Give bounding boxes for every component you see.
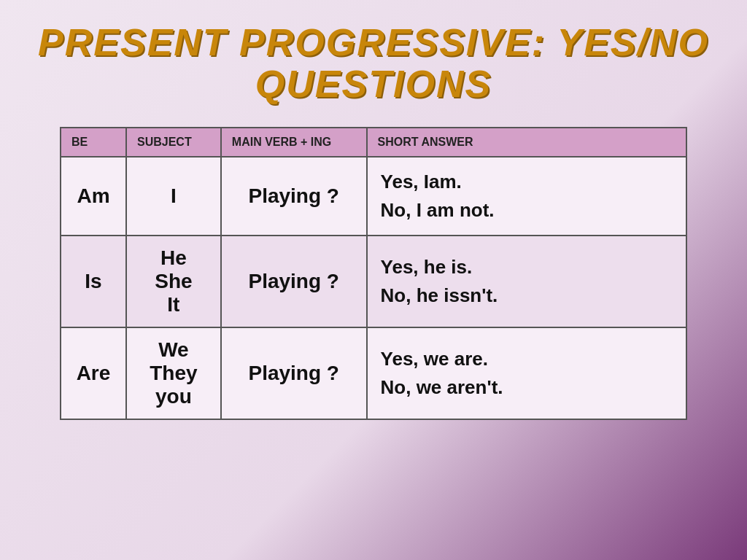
table-row: AreWe They youPlaying ?Yes, we are. No, …: [61, 327, 686, 419]
cell-mainverb-0: Playing ?: [221, 157, 367, 236]
table-row: AmIPlaying ?Yes, Iam. No, I am not.: [61, 157, 686, 236]
header-subject: SUBJECT: [126, 128, 221, 157]
grammar-table-wrapper: BE SUBJECT MAIN VERB + ING SHORT ANSWER …: [60, 127, 687, 420]
cell-shortanswer-1: Yes, he is. No, he issn't.: [367, 236, 686, 327]
cell-be-2: Are: [61, 327, 126, 419]
header-shortanswer: SHORT ANSWER: [367, 128, 686, 157]
cell-subject-2: We They you: [126, 327, 221, 419]
cell-shortanswer-0: Yes, Iam. No, I am not.: [367, 157, 686, 236]
cell-be-0: Am: [61, 157, 126, 236]
header-mainverb: MAIN VERB + ING: [221, 128, 367, 157]
page-title: Present Progressive: Yes/No Questions: [29, 22, 718, 105]
cell-shortanswer-2: Yes, we are. No, we aren't.: [367, 327, 686, 419]
grammar-table: BE SUBJECT MAIN VERB + ING SHORT ANSWER …: [60, 127, 687, 420]
table-row: IsHe She ItPlaying ?Yes, he is. No, he i…: [61, 236, 686, 327]
header-be: BE: [61, 128, 126, 157]
cell-subject-0: I: [126, 157, 221, 236]
cell-be-1: Is: [61, 236, 126, 327]
cell-mainverb-2: Playing ?: [221, 327, 367, 419]
table-header-row: BE SUBJECT MAIN VERB + ING SHORT ANSWER: [61, 128, 686, 157]
cell-subject-1: He She It: [126, 236, 221, 327]
cell-mainverb-1: Playing ?: [221, 236, 367, 327]
